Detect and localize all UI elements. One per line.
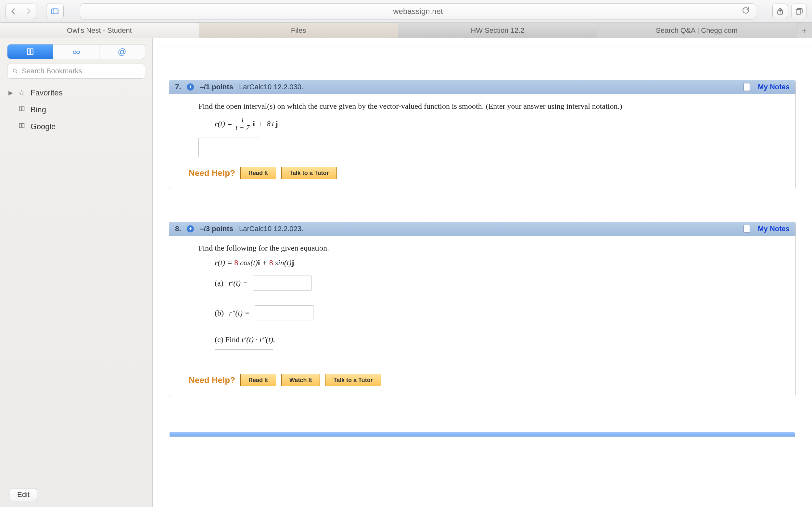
question-prompt: Find the following for the given equatio… (198, 244, 788, 252)
part-b-math: r″(t) = (229, 309, 250, 318)
tab-label: Files (291, 26, 306, 35)
tabs-button[interactable] (791, 4, 807, 19)
question-body: Find the open interval(s) on which the c… (169, 94, 796, 189)
expand-icon[interactable]: + (187, 83, 194, 91)
book-icon (17, 105, 26, 114)
chevron-left-icon (9, 7, 17, 15)
answer-input-q8c[interactable] (215, 349, 273, 364)
question-number: 7. (175, 83, 181, 91)
question-number: 8. (175, 225, 181, 233)
book-icon (17, 122, 26, 131)
browser-toolbar: webassign.net (0, 0, 812, 23)
search-placeholder: Search Bookmarks (22, 67, 82, 75)
sidebar-item-google[interactable]: Google (0, 118, 152, 135)
url-text: webassign.net (393, 7, 443, 16)
tabs-icon (795, 7, 803, 15)
question-header: 8. + –/3 points LarCalc10 12.2.023. My N… (169, 222, 796, 236)
sidebar-item-label: Bing (31, 105, 46, 114)
read-it-button[interactable]: Read It (240, 374, 276, 386)
plus-icon: + (802, 25, 807, 36)
question-prompt: Find the open interval(s) on which the c… (198, 102, 788, 111)
answer-input-q8a[interactable] (253, 276, 311, 290)
part-b: (b) r″(t) = (215, 305, 788, 320)
notes-icon (744, 83, 750, 91)
tab-1[interactable]: Files (199, 23, 398, 38)
tab-label: Search Q&A | Chegg.com (656, 26, 738, 35)
new-tab-button[interactable]: + (797, 23, 812, 38)
reading-list-tab[interactable] (53, 45, 99, 59)
chevron-right-icon (24, 7, 33, 15)
at-icon: @ (118, 47, 126, 57)
part-a-math: r′(t) = (229, 279, 248, 288)
need-help-row: Need Help? Read It Talk to a Tutor (189, 167, 788, 179)
need-help-label: Need Help? (189, 375, 235, 385)
reload-icon (742, 6, 750, 15)
bookmarks-sidebar: @ Search Bookmarks ▶ ☆ Favorites Bing (0, 38, 153, 507)
star-icon: ☆ (17, 88, 26, 97)
tab-0[interactable]: Owl's Nest - Student (0, 23, 199, 38)
tab-3[interactable]: Search Q&A | Chegg.com (597, 23, 797, 38)
sidebar-item-label: Favorites (31, 88, 63, 97)
need-help-row: Need Help? Read It Watch It Talk to a Tu… (189, 374, 788, 386)
subscriptions-tab[interactable]: @ (99, 45, 145, 59)
talk-tutor-button[interactable]: Talk to a Tutor (325, 374, 380, 386)
expand-icon[interactable]: + (187, 225, 194, 232)
question-points: –/3 points (200, 225, 233, 233)
svg-point-4 (73, 51, 76, 54)
question-card-8: 8. + –/3 points LarCalc10 12.2.023. My N… (169, 222, 796, 396)
chevron-right-icon: ▶ (8, 89, 13, 96)
back-button[interactable] (5, 4, 21, 19)
sidebar-toggle-button[interactable] (46, 4, 64, 19)
my-notes-link[interactable]: My Notes (758, 225, 790, 233)
answer-input-q8b[interactable] (255, 305, 313, 320)
svg-rect-3 (796, 9, 801, 14)
svg-line-7 (16, 72, 17, 73)
notes-icon (744, 225, 750, 233)
bookmarks-list: ▶ ☆ Favorites Bing Google (0, 83, 152, 136)
part-c: (c) Find r′(t) · r″(t). (215, 335, 788, 344)
search-icon (12, 68, 18, 74)
share-icon (776, 7, 784, 15)
talk-tutor-button[interactable]: Talk to a Tutor (281, 167, 337, 179)
tab-bar: Owl's Nest - Student Files HW Section 12… (0, 23, 812, 38)
question-header: 7. + –/1 points LarCalc10 12.2.030. My N… (169, 80, 796, 94)
sidebar-icon (51, 7, 59, 15)
question-card-7: 7. + –/1 points LarCalc10 12.2.030. My N… (169, 80, 796, 189)
toolbar-right (772, 4, 807, 19)
part-b-label: (b) (215, 309, 224, 318)
equation-q7: r(t) = 1 t − 7 i + 8 t j (215, 117, 788, 131)
book-icon (26, 47, 35, 56)
share-button[interactable] (772, 4, 788, 19)
reload-button[interactable] (742, 6, 750, 16)
sidebar-item-label: Google (31, 122, 56, 131)
question-body: Find the following for the given equatio… (169, 236, 796, 396)
nav-buttons (5, 4, 36, 19)
glasses-icon (72, 47, 80, 56)
address-bar[interactable]: webassign.net (80, 3, 756, 19)
question-source: LarCalc10 12.2.023. (239, 225, 303, 233)
svg-rect-0 (52, 9, 58, 14)
equation-q8: r(t) = 8 cos(t)i + 8 sin(t)j (215, 259, 788, 267)
read-it-button[interactable]: Read It (240, 167, 276, 179)
bookmarks-tab[interactable] (7, 45, 53, 59)
next-question-header-peek (169, 432, 795, 437)
question-points: –/1 points (200, 83, 233, 91)
sidebar-tab-switcher: @ (7, 44, 145, 59)
my-notes-link[interactable]: My Notes (758, 83, 790, 91)
svg-point-5 (77, 51, 80, 54)
sidebar-item-favorites[interactable]: ▶ ☆ Favorites (0, 84, 152, 101)
bookmarks-search[interactable]: Search Bookmarks (7, 64, 145, 78)
watch-it-button[interactable]: Watch It (281, 374, 320, 386)
part-a-label: (a) (215, 279, 223, 288)
edit-button[interactable]: Edit (10, 488, 37, 501)
svg-point-6 (13, 69, 16, 72)
fraction: 1 t − 7 (234, 117, 251, 131)
tab-2[interactable]: HW Section 12.2 (398, 23, 597, 38)
forward-button[interactable] (21, 4, 36, 19)
tab-label: HW Section 12.2 (471, 26, 524, 35)
sidebar-item-bing[interactable]: Bing (0, 101, 152, 118)
part-c-label: (c) Find (215, 335, 242, 344)
question-source: LarCalc10 12.2.030. (239, 83, 303, 91)
page-content[interactable]: 7. + –/1 points LarCalc10 12.2.030. My N… (153, 38, 812, 507)
answer-input-q7[interactable] (198, 137, 260, 157)
